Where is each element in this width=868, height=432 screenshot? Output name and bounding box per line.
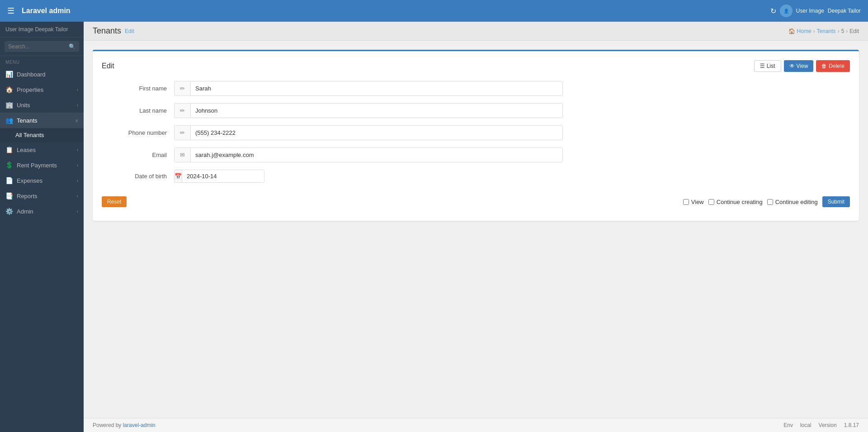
sidebar-item-rent-payments[interactable]: 💲 Rent Payments ‹ <box>0 157 84 173</box>
user-name: Deepak Tailor <box>828 8 861 14</box>
sidebar-item-label-admin: Admin <box>17 208 33 215</box>
sidebar-item-reports[interactable]: 📑 Reports ‹ <box>0 188 84 204</box>
reports-icon: 📑 <box>5 192 13 199</box>
search-icon: 🔍 <box>69 43 75 50</box>
email-input[interactable] <box>191 148 562 162</box>
sidebar-item-label-expenses: Expenses <box>17 177 42 184</box>
first-name-label: First name <box>102 85 174 92</box>
card-actions: ☰ List 👁 View 🗑 Delete <box>754 60 850 72</box>
submit-button[interactable]: Submit <box>822 196 850 207</box>
sidebar-user-label: User Image <box>5 26 33 33</box>
sidebar-item-units[interactable]: 🏢 Units ‹ <box>0 97 84 113</box>
form-group-last-name: Last name ✏ <box>102 103 850 118</box>
phone-input-wrapper: ✏ <box>174 125 563 140</box>
breadcrumb-home[interactable]: Home <box>797 28 811 34</box>
content-body: Edit ☰ List 👁 View 🗑 Delete <box>84 41 868 418</box>
sidebar: User Image Deepak Tailor 🔍 Menu 📊 Dashbo… <box>0 22 84 432</box>
form-group-first-name: First name ✏ <box>102 81 850 96</box>
continue-editing-text: Continue editing <box>775 199 818 205</box>
view-icon: 👁 <box>789 63 795 69</box>
footer-right: Env local Version 1.8.17 <box>783 422 859 428</box>
continue-creating-checkbox-label[interactable]: Continue creating <box>708 199 763 205</box>
sidebar-item-admin[interactable]: ⚙️ Admin ‹ <box>0 204 84 219</box>
sidebar-item-label-tenants: Tenants <box>17 117 38 124</box>
edit-card: Edit ☰ List 👁 View 🗑 Delete <box>93 50 859 221</box>
refresh-icon[interactable]: ↻ <box>770 7 776 15</box>
view-button[interactable]: 👁 View <box>784 60 814 72</box>
page-title: Tenants <box>93 26 121 36</box>
sidebar-item-all-tenants[interactable]: All Tenants <box>0 128 84 142</box>
continue-editing-checkbox[interactable] <box>767 199 773 205</box>
page-footer: Powered by laravel-admin Env local Versi… <box>84 418 868 432</box>
submit-button-label: Submit <box>828 199 844 205</box>
last-name-edit-icon: ✏ <box>175 104 191 118</box>
first-name-input[interactable] <box>191 81 562 95</box>
sidebar-item-label-reports: Reports <box>17 193 38 199</box>
chevron-right-icon: ‹ <box>77 87 78 92</box>
last-name-label: Last name <box>102 107 174 114</box>
laravel-admin-link[interactable]: laravel-admin <box>123 422 156 428</box>
chevron-right-icon-expenses: ‹ <box>77 178 78 183</box>
email-input-wrapper: ✉ <box>174 147 563 162</box>
sidebar-item-properties[interactable]: 🏠 Properties ‹ <box>0 82 84 97</box>
list-icon: ☰ <box>760 63 765 69</box>
view-checkbox-label[interactable]: View <box>683 199 704 205</box>
chevron-right-icon-leases: ‹ <box>77 147 78 152</box>
version-label: Version <box>819 422 837 428</box>
hamburger-icon[interactable]: ☰ <box>7 6 14 16</box>
home-icon: 🏠 <box>788 28 795 34</box>
sidebar-item-label-rent-payments: Rent Payments <box>17 162 57 169</box>
dob-calendar-icon: 📅 <box>175 170 182 182</box>
env-value: local <box>800 422 811 428</box>
phone-input[interactable] <box>191 126 562 140</box>
admin-icon: ⚙️ <box>5 208 13 215</box>
sidebar-item-tenants[interactable]: 👥 Tenants ∨ <box>0 113 84 128</box>
form-footer-right: View Continue creating Continue editing … <box>683 196 850 207</box>
card-title-bar: Edit ☰ List 👁 View 🗑 Delete <box>102 60 850 72</box>
continue-creating-text: Continue creating <box>717 199 763 205</box>
menu-label: Menu <box>0 56 84 66</box>
card-title: Edit <box>102 62 114 70</box>
sidebar-item-dashboard[interactable]: 📊 Dashboard <box>0 66 84 82</box>
reset-button-label: Reset <box>107 199 121 205</box>
sidebar-user-name: Deepak Tailor <box>35 26 68 33</box>
continue-editing-checkbox-label[interactable]: Continue editing <box>767 199 818 205</box>
page-title-edit-link[interactable]: Edit <box>125 28 134 34</box>
tenants-icon: 👥 <box>5 117 13 124</box>
last-name-input-wrapper: ✏ <box>174 103 563 118</box>
delete-button[interactable]: 🗑 Delete <box>816 60 850 72</box>
powered-by-text: Powered by <box>93 422 123 428</box>
dob-input[interactable] <box>182 170 264 182</box>
dob-label: Date of birth <box>102 173 174 180</box>
list-button[interactable]: ☰ List <box>754 60 781 72</box>
content-header-left: Tenants Edit <box>93 26 134 36</box>
delete-icon: 🗑 <box>821 63 827 69</box>
leases-icon: 📋 <box>5 146 13 153</box>
view-checkbox[interactable] <box>683 199 689 205</box>
last-name-input[interactable] <box>191 104 562 118</box>
breadcrumb-tenants[interactable]: Tenants <box>817 28 836 34</box>
view-checkbox-text: View <box>691 199 704 205</box>
view-button-label: View <box>797 63 808 69</box>
sidebar-item-expenses[interactable]: 📄 Expenses ‹ <box>0 173 84 188</box>
chevron-right-icon-rent: ‹ <box>77 163 78 168</box>
reset-button[interactable]: Reset <box>102 196 127 207</box>
sidebar-item-label-leases: Leases <box>17 147 36 153</box>
sidebar-sub-label-all-tenants: All Tenants <box>15 132 44 138</box>
properties-icon: 🏠 <box>5 86 13 93</box>
navbar: ☰ Laravel admin ↻ 👤 User Image Deepak Ta… <box>0 0 868 22</box>
form-group-email: Email ✉ <box>102 147 850 162</box>
env-label: Env <box>783 422 793 428</box>
avatar: 👤 <box>780 5 793 17</box>
rent-payments-icon: 💲 <box>5 161 13 169</box>
search-input[interactable] <box>5 41 79 52</box>
footer-left: Powered by laravel-admin <box>93 422 156 428</box>
layout: User Image Deepak Tailor 🔍 Menu 📊 Dashbo… <box>0 22 868 432</box>
sidebar-item-leases[interactable]: 📋 Leases ‹ <box>0 142 84 157</box>
chevron-down-icon-tenants: ∨ <box>75 118 78 123</box>
dob-input-wrapper: 📅 <box>174 170 264 183</box>
first-name-input-wrapper: ✏ <box>174 81 563 96</box>
continue-creating-checkbox[interactable] <box>708 199 714 205</box>
email-icon: ✉ <box>175 148 191 162</box>
content-header: Tenants Edit 🏠 Home › Tenants › 5 › Edit <box>84 22 868 41</box>
